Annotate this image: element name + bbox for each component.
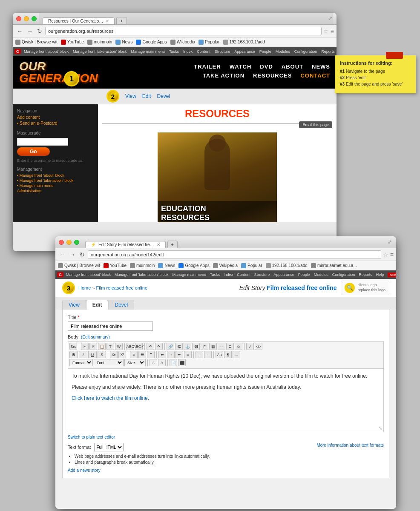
bookmark2-youtube[interactable]: YouTube	[104, 263, 127, 268]
bookmark2-moin[interactable]: moinmoin	[130, 263, 155, 268]
back-button-2[interactable]: ←	[58, 251, 66, 258]
nav-resources[interactable]: RESOURCES	[253, 72, 292, 79]
toolbar-outdent[interactable]: ←	[204, 351, 212, 358]
toolbar-link[interactable]: 🔗	[167, 343, 174, 350]
drupal2-appearance[interactable]: Appearance	[272, 273, 296, 277]
editor-link[interactable]: Click here to watch the film online.	[72, 395, 149, 401]
drupal-item-structure-1[interactable]: Structure	[213, 49, 232, 54]
toolbar-sup[interactable]: X²	[118, 351, 126, 358]
text-format-select[interactable]: Full HTML	[94, 443, 124, 451]
maximize-button-1[interactable]	[32, 16, 37, 21]
toolbar-bgcolor[interactable]: A	[158, 359, 166, 366]
tab-close-2[interactable]: ✕	[157, 242, 160, 247]
toolbar-anchor[interactable]: ⚓	[184, 343, 191, 350]
toolbar-para[interactable]: ¶	[224, 351, 232, 358]
toolbar-special[interactable]: Ω	[226, 343, 234, 350]
toolbar-sub[interactable]: X₂	[110, 351, 118, 358]
toolbar-blockquote[interactable]: ❝	[147, 351, 155, 358]
toolbar-underline[interactable]: U	[88, 351, 97, 358]
url-input-1[interactable]	[45, 27, 322, 35]
drupal2-reports[interactable]: Reports	[357, 273, 374, 277]
toolbar-ul[interactable]: ☰	[138, 351, 146, 358]
drupal2-config[interactable]: Configuration	[331, 273, 357, 277]
edit-tab-devel[interactable]: Devel	[108, 300, 134, 310]
nav-about[interactable]: ABOUT	[282, 63, 303, 70]
tab-devel-1[interactable]: Devel	[157, 93, 170, 99]
sidebar-add-content[interactable]: Add content	[17, 115, 94, 120]
drupal-item-config-1[interactable]: Configuration	[293, 49, 319, 54]
bookmark2-google[interactable]: Google Apps	[178, 263, 209, 268]
drupal-item-modules-1[interactable]: Modules	[274, 49, 291, 54]
bookmark2-news[interactable]: News	[158, 263, 175, 268]
toolbar-align-center[interactable]: ↔	[167, 351, 175, 358]
bookmark-google[interactable]: Google Apps	[136, 40, 167, 45]
admin-badge-2[interactable]: admin	[388, 273, 396, 277]
toolbar-smiley[interactable]: ☺	[235, 343, 242, 350]
toolbar-redo[interactable]: ↷	[155, 343, 163, 350]
toolbar-source2[interactable]: </>	[255, 343, 262, 350]
mgmt-link-2[interactable]: • Manage front 'take-action' block	[17, 178, 94, 183]
toolbar-maximize[interactable]: ⤢	[246, 343, 254, 350]
bookmark-popular[interactable]: Popular	[198, 40, 219, 45]
toolbar-fontcolor[interactable]: A	[150, 359, 157, 366]
size-select[interactable]: Size	[124, 359, 146, 366]
editor-resize-handle[interactable]: ⤡	[378, 425, 383, 431]
drupal-item-index-1[interactable]: Index	[182, 49, 194, 54]
drupal-item-reports-1[interactable]: Reports	[320, 49, 336, 54]
active-tab-1[interactable]: Resources | Our Generatio… ✕	[43, 17, 115, 24]
drupal2-content[interactable]: Content	[236, 273, 252, 277]
nav-news[interactable]: NEWS	[312, 63, 330, 70]
drupal-item-action-1[interactable]: Manage front 'take-action' block	[72, 49, 128, 54]
drupal2-menu[interactable]: Manage main menu	[171, 273, 208, 277]
nav-take-action[interactable]: TAKE ACTION	[203, 72, 245, 79]
toolbar-align-left[interactable]: ⬅	[158, 351, 166, 358]
tab-close-1[interactable]: ✕	[106, 19, 109, 23]
toolbar-table[interactable]: ▦	[209, 343, 217, 350]
new-tab-btn-2[interactable]: +	[167, 241, 178, 248]
toolbar-paste[interactable]: 📋	[98, 343, 106, 350]
format-select[interactable]: Format	[69, 359, 93, 366]
back-button-1[interactable]: ←	[15, 28, 24, 34]
toolbar-cut[interactable]: ✂	[81, 343, 89, 350]
drupal-item-about-1[interactable]: Manage front 'about' block	[23, 49, 70, 54]
new-tab-btn-1[interactable]: +	[116, 17, 127, 24]
close-button-2[interactable]	[59, 240, 64, 245]
restore-icon-2[interactable]: ⤢	[388, 239, 392, 245]
drupal-item-menu-1[interactable]: Manage main menu	[130, 49, 167, 54]
title-input[interactable]	[68, 322, 153, 331]
masquerade-input[interactable]	[17, 138, 68, 146]
nav-trailer[interactable]: TRAILER	[194, 63, 221, 70]
toolbar-styles[interactable]: Aa	[216, 351, 223, 358]
bookmark-local[interactable]: 192.168.100.1/add	[223, 40, 265, 45]
drupal-item-tasks-1[interactable]: Tasks	[168, 49, 180, 54]
nav-watch[interactable]: WATCH	[230, 63, 252, 70]
drupal2-help[interactable]: Help	[375, 273, 385, 277]
url-input-2[interactable]	[88, 250, 381, 259]
bookmark2-local[interactable]: 192.168.100.1/add	[266, 263, 308, 268]
mgmt-link-4[interactable]: Administration	[17, 189, 94, 193]
toolbar-align-justify[interactable]: ≡	[184, 351, 192, 358]
reload-button-1[interactable]: ↻	[36, 28, 43, 34]
restore-icon-1[interactable]: ⤢	[328, 15, 332, 21]
bookmark2-popular[interactable]: Popular	[241, 263, 262, 268]
bookmark2-qwisk[interactable]: Qwisk | Browse wit	[58, 263, 100, 268]
toolbar-hline[interactable]: —	[218, 343, 225, 350]
close-button-1[interactable]	[16, 16, 21, 21]
breadcrumb-page[interactable]: Film released free online	[96, 285, 147, 290]
forward-button-2[interactable]: →	[68, 251, 77, 258]
mgmt-link-1[interactable]: • Manage front 'about' block	[17, 173, 94, 178]
nav-contact[interactable]: CONTACT	[300, 72, 330, 79]
toolbar-paste-text[interactable]: T	[106, 343, 114, 350]
bookmark2-wiki[interactable]: Wikipedia	[213, 263, 238, 268]
breadcrumb-home[interactable]: Home	[78, 285, 91, 290]
toolbar-spell2[interactable]: ABC✓	[135, 343, 143, 350]
toolbar-bold[interactable]: B	[69, 351, 78, 358]
toolbar-source[interactable]: Src	[69, 343, 77, 350]
edit-summary-link[interactable]: (Edit summary)	[81, 335, 110, 339]
drupal-item-people-1[interactable]: People	[258, 49, 273, 54]
drupal2-structure[interactable]: Structure	[253, 273, 271, 277]
switch-editor-link[interactable]: Switch to plain text editor	[68, 435, 384, 439]
mgmt-link-3[interactable]: • Manage main menu	[17, 184, 94, 188]
drupal2-modules[interactable]: Modules	[313, 273, 330, 277]
bookmark-moinmoin[interactable]: moinmoin	[87, 40, 112, 45]
